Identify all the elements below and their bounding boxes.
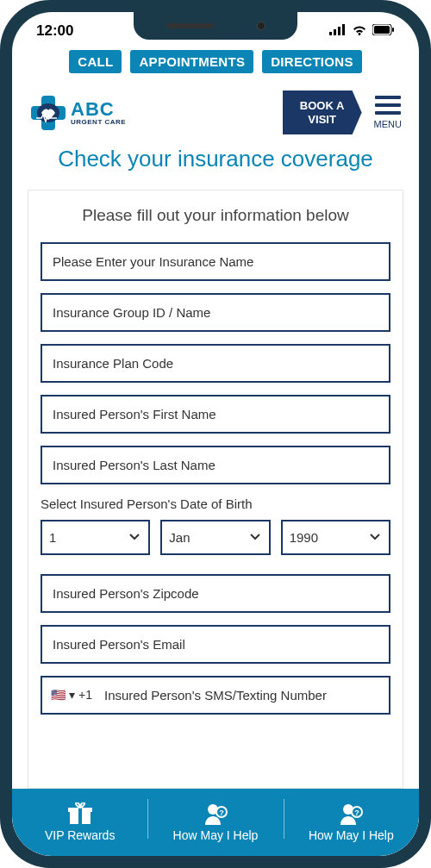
menu-button[interactable]: MENU [374,96,402,129]
phone-field[interactable]: 🇺🇸 ▾ +1 [41,676,390,715]
dob-day-select[interactable]: 1 [41,520,150,555]
help-button-1[interactable]: ? How May I Help [147,789,283,856]
side-button [0,155,2,185]
book-visit-button[interactable]: BOOK A VISIT [283,91,362,134]
help-label-2: How May I Help [309,828,394,842]
bottom-nav: VIP Rewards ? How May I Help ? How May I… [12,789,419,856]
svg-text:?: ? [355,809,360,817]
side-button [0,276,2,332]
dob-label: Select Insured Person's Date of Birth [41,496,390,511]
header: ABC URGENT CARE BOOK A VISIT MENU [12,80,419,140]
status-time: 12:00 [36,22,73,40]
call-button[interactable]: CALL [69,50,122,73]
country-code: +1 [78,688,92,702]
speaker [166,23,214,28]
help-person-icon: ? [339,802,363,825]
hamburger-icon [375,96,401,115]
svg-rect-5 [374,26,390,34]
battery-icon [372,22,395,40]
svg-rect-6 [392,28,394,32]
svg-rect-12 [78,808,82,824]
group-id-input[interactable] [41,293,390,332]
logo-text-sub: URGENT CARE [71,119,126,126]
appointments-button[interactable]: APPOINTMENTS [130,50,253,73]
dob-year-select[interactable]: 1990 [281,520,390,555]
logo-text-main: ABC [71,100,126,119]
logo[interactable]: ABC URGENT CARE [29,94,126,132]
svg-rect-1 [334,29,336,35]
last-name-input[interactable] [41,446,390,484]
svg-rect-2 [338,27,340,35]
gift-icon [67,802,93,825]
vip-rewards-button[interactable]: VIP Rewards [12,789,147,856]
wifi-icon [352,22,367,40]
plan-code-input[interactable] [41,344,390,383]
logo-icon [29,94,67,132]
camera-icon [257,22,265,30]
svg-rect-0 [329,32,332,35]
vip-rewards-label: VIP Rewards [45,828,115,842]
notch [134,12,297,40]
first-name-input[interactable] [41,395,390,434]
insurance-name-input[interactable] [41,242,390,281]
cellular-icon [329,22,347,40]
screen: 12:00 CALL APPOINTMENTS DIRECTIONS [12,12,419,856]
svg-text:?: ? [219,809,224,817]
dob-month-select[interactable]: Jan [160,520,270,555]
page-title: Check your insurance coverage [12,140,419,190]
help-person-icon: ? [203,802,228,825]
form-card: Please fill out your information below S… [28,190,403,789]
top-nav: CALL APPOINTMENTS DIRECTIONS [12,50,419,80]
flag-icon: 🇺🇸 [51,688,66,702]
chevron-down-icon: ▾ [69,688,75,702]
email-input[interactable] [41,625,390,664]
svg-rect-3 [342,24,345,35]
country-code-picker[interactable]: 🇺🇸 ▾ +1 [42,688,99,702]
side-button [0,207,2,263]
help-button-2[interactable]: ? How May I Help [284,789,419,856]
zipcode-input[interactable] [41,574,390,613]
form-heading: Please fill out your information below [41,206,390,225]
menu-label: MENU [374,119,402,129]
phone-frame: 12:00 CALL APPOINTMENTS DIRECTIONS [0,0,431,868]
directions-button[interactable]: DIRECTIONS [262,50,362,73]
help-label-1: How May I Help [173,828,259,842]
phone-input[interactable] [99,678,389,713]
